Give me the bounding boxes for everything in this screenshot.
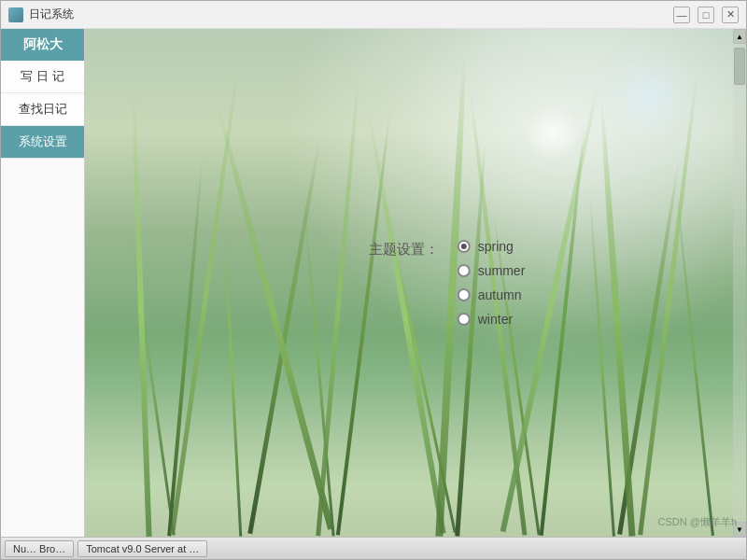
theme-option-summer[interactable]: summer (458, 263, 526, 278)
close-button[interactable]: ✕ (722, 7, 739, 23)
taskbar: Nu… Bro… Tomcat v9.0 Server at … (1, 537, 746, 559)
window-icon (8, 7, 23, 22)
theme-option-spring[interactable]: spring (458, 239, 526, 254)
theme-radio-autumn[interactable] (458, 288, 471, 301)
window-controls: — □ ✕ (673, 7, 739, 23)
theme-label-summer: summer (478, 263, 526, 278)
theme-radio-winter[interactable] (458, 313, 471, 326)
taskbar-item-browser[interactable]: Nu… Bro… (5, 540, 74, 557)
settings-panel: 主题设置： spring summer autumn (369, 239, 526, 327)
theme-radio-group: spring summer autumn winter (458, 239, 526, 327)
sidebar-item-write-diary[interactable]: 写 日 记 (1, 61, 84, 93)
sidebar-user: 阿松大 (1, 29, 84, 61)
sidebar-item-find-diary[interactable]: 查找日记 (1, 93, 84, 126)
theme-option-winter[interactable]: winter (458, 312, 526, 327)
main-content: 阿松大 写 日 记 查找日记 系统设置 (1, 29, 746, 537)
sidebar-item-settings[interactable]: 系统设置 (1, 126, 84, 159)
window-title-area: 日记系统 (8, 7, 74, 22)
scrollbar-track: ▲ ▼ (733, 29, 746, 537)
maximize-button[interactable]: □ (698, 7, 714, 23)
theme-label-winter: winter (478, 312, 513, 327)
scrollbar-thumb[interactable] (734, 48, 745, 85)
theme-label-spring: spring (478, 239, 514, 254)
theme-radio-summer[interactable] (458, 264, 471, 277)
scrollbar-up-button[interactable]: ▲ (733, 29, 746, 44)
minimize-button[interactable]: — (673, 7, 690, 23)
theme-radio-spring[interactable] (458, 240, 471, 253)
settings-label: 主题设置： (369, 239, 439, 259)
main-window: 日记系统 — □ ✕ 阿松大 写 日 记 查找日记 系统设置 (0, 0, 747, 560)
titlebar: 日记系统 — □ ✕ (1, 1, 746, 29)
window-title: 日记系统 (29, 7, 74, 22)
watermark: CSDN @懒羊羊h (657, 515, 737, 529)
theme-option-autumn[interactable]: autumn (458, 287, 526, 302)
taskbar-item-tomcat[interactable]: Tomcat v9.0 Server at … (78, 540, 207, 557)
content-area: 主题设置： spring summer autumn (85, 29, 746, 537)
theme-label-autumn: autumn (478, 287, 522, 302)
sidebar: 阿松大 写 日 记 查找日记 系统设置 (1, 29, 85, 537)
